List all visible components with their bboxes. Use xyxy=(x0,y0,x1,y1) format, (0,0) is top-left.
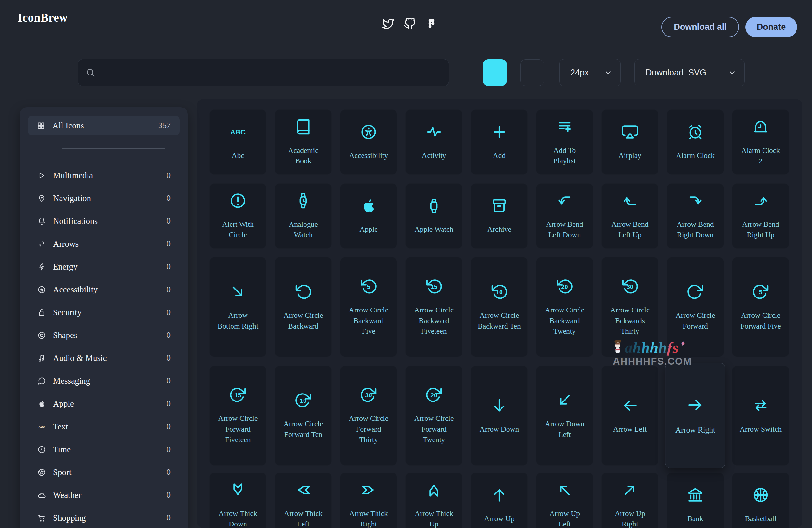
icon-card-label: Arrow Down xyxy=(480,424,519,435)
icon-card-arrow-up-left[interactable]: Arrow Up Left xyxy=(536,472,593,528)
iconbrew-app: IconBrew Download all Donate 24px Downlo… xyxy=(0,0,812,528)
sidebar-item-sport[interactable]: Sport0 xyxy=(20,461,188,484)
icon-card-arrow-thick-up[interactable]: Arrow Thick Up xyxy=(405,472,462,528)
github-icon[interactable] xyxy=(404,18,416,30)
category-sidebar: All Icons 357 Multimedia0Navigation0Noti… xyxy=(20,107,188,528)
sidebar-item-shapes[interactable]: Shapes0 xyxy=(20,324,188,347)
icon-card-arrow-circle-forward-twenty[interactable]: 20Arrow Circle Forward Twenty xyxy=(405,366,462,466)
sidebar-item-audio-music[interactable]: Audio & Music0 xyxy=(20,347,188,369)
thick-down-icon xyxy=(229,481,247,499)
icon-card-alarm-clock-2[interactable]: Alarm Clock 2 xyxy=(732,109,789,175)
twitter-icon[interactable] xyxy=(382,18,394,30)
icon-card-arrow-right[interactable]: Arrow Right xyxy=(665,363,725,468)
color-swatch-accent[interactable] xyxy=(483,59,507,86)
icon-card-apple[interactable]: Apple xyxy=(340,183,397,249)
icon-card-arrow-circle-forward-five[interactable]: 5Arrow Circle Forward Five xyxy=(732,257,789,357)
icon-card-academic-book[interactable]: Academic Book xyxy=(275,109,332,175)
icon-card-arrow-bend-left-down[interactable]: Arrow Bend Left Down xyxy=(536,183,593,249)
icon-card-arrow-bend-left-up[interactable]: Arrow Bend Left Up xyxy=(601,183,658,249)
activity-icon xyxy=(425,123,443,141)
figma-icon[interactable] xyxy=(425,18,437,30)
icon-card-arrow-up-right[interactable]: Arrow Up Right xyxy=(601,472,658,528)
icon-card-apple-watch[interactable]: Apple Watch xyxy=(405,183,462,249)
rotate-ccw-icon: 20 xyxy=(556,278,574,295)
icon-card-archive[interactable]: Archive xyxy=(471,183,528,249)
sidebar-item-shopping[interactable]: Shopping0 xyxy=(20,507,188,528)
sidebar-item-arrows[interactable]: Arrows0 xyxy=(20,232,188,255)
archive-icon xyxy=(490,197,508,215)
icon-card-arrow-circle-backward[interactable]: Arrow Circle Backward xyxy=(275,257,332,357)
donate-button[interactable]: Donate xyxy=(745,17,797,38)
sidebar-item-text[interactable]: ABCText0 xyxy=(20,415,188,438)
sidebar-item-label: Text xyxy=(53,422,160,431)
icon-card-label: Academic Book xyxy=(282,145,325,166)
icon-card-label: Arrow Bottom Right xyxy=(216,310,259,332)
sidebar-item-energy[interactable]: Energy0 xyxy=(20,255,188,278)
icon-card-arrow-up[interactable]: Arrow Up xyxy=(471,472,528,528)
icon-card-label: Arrow Thick Left xyxy=(282,508,325,528)
alarm-clock-icon xyxy=(686,123,704,141)
sidebar-item-messaging[interactable]: Messaging0 xyxy=(20,369,188,392)
icon-card-analogue-watch[interactable]: Analogue Watch xyxy=(275,183,332,249)
color-swatch-empty[interactable] xyxy=(520,59,544,86)
sidebar-item-count: 0 xyxy=(166,467,171,477)
icon-card-label: Abc xyxy=(232,150,244,161)
icon-card-label: Arrow Up Left xyxy=(543,508,586,528)
sidebar-item-multimedia[interactable]: Multimedia0 xyxy=(20,164,188,187)
icon-card-arrow-bottom-right[interactable]: Arrow Bottom Right xyxy=(209,257,266,357)
icon-card-arrow-circle-backward-five[interactable]: 5Arrow Circle Backward Five xyxy=(340,257,397,357)
download-format-select[interactable]: Download .SVG xyxy=(634,59,745,86)
icon-card-arrow-thick-left[interactable]: Arrow Thick Left xyxy=(275,472,332,528)
icon-card-bank[interactable]: Bank xyxy=(667,472,724,528)
icon-card-arrow-bend-right-up[interactable]: Arrow Bend Right Up xyxy=(732,183,789,249)
icon-card-arrow-switch[interactable]: Arrow Switch xyxy=(732,366,789,466)
icon-card-airplay[interactable]: Airplay xyxy=(601,109,658,175)
sidebar-item-count: 357 xyxy=(158,121,171,130)
sidebar-item-security[interactable]: Security0 xyxy=(20,301,188,324)
icon-card-add[interactable]: Add xyxy=(471,109,528,175)
sidebar-item-navigation[interactable]: Navigation0 xyxy=(20,187,188,210)
icon-card-arrow-circle-forward[interactable]: Arrow Circle Forward xyxy=(667,257,724,357)
icon-card-arrow-bend-right-down[interactable]: Arrow Bend Right Down xyxy=(667,183,724,249)
sidebar-item-count: 0 xyxy=(166,422,171,431)
sidebar-item-all-icons[interactable]: All Icons 357 xyxy=(28,116,179,135)
icon-card-arrow-circle-forward-fiveteen[interactable]: 15Arrow Circle Forward Fiveteen xyxy=(209,366,266,466)
icon-card-arrow-thick-down[interactable]: Arrow Thick Down xyxy=(209,472,266,528)
svg-text:ABC: ABC xyxy=(230,128,246,136)
sidebar-item-accessibility[interactable]: Accessibility0 xyxy=(20,278,188,301)
icon-card-accessibility[interactable]: Accessibility xyxy=(340,109,397,175)
sidebar-item-notifications[interactable]: Notifications0 xyxy=(20,210,188,232)
icon-card-alarm-clock[interactable]: Alarm Clock xyxy=(667,109,724,175)
search-input[interactable] xyxy=(100,59,441,86)
icon-card-basketball[interactable]: Basketball xyxy=(732,472,789,528)
sidebar-category-list: Multimedia0Navigation0Notifications0Arro… xyxy=(20,164,188,528)
icon-card-label: Arrow Up Right xyxy=(608,508,652,528)
svg-text:15: 15 xyxy=(234,392,241,399)
icon-card-activity[interactable]: Activity xyxy=(405,109,462,175)
icon-card-arrow-circle-forward-ten[interactable]: 10Arrow Circle Forward Ten xyxy=(275,366,332,466)
sidebar-item-label: Sport xyxy=(53,467,160,477)
search-box[interactable] xyxy=(78,59,449,86)
icon-card-arrow-down-left[interactable]: Arrow Down Left xyxy=(536,366,593,466)
icon-card-label: Arrow Thick Right xyxy=(347,508,390,528)
sidebar-item-weather[interactable]: Weather0 xyxy=(20,484,188,507)
sidebar-item-count: 0 xyxy=(166,376,171,386)
svg-text:ABC: ABC xyxy=(39,425,45,428)
energy-icon xyxy=(38,263,46,271)
icon-card-arrow-circle-backward-twenty[interactable]: 20Arrow Circle Backward Twenty xyxy=(536,257,593,357)
icon-card-arrow-thick-right[interactable]: Arrow Thick Right xyxy=(340,472,397,528)
icon-card-arrow-circle-forward-thirty[interactable]: 30Arrow Circle Forward Thirty xyxy=(340,366,397,466)
icon-card-arrow-down[interactable]: Arrow Down xyxy=(471,366,528,466)
sidebar-item-apple[interactable]: Apple0 xyxy=(20,392,188,415)
icon-card-abc[interactable]: ABCAbc xyxy=(209,109,266,175)
sidebar-item-time[interactable]: Time0 xyxy=(20,438,188,461)
download-all-button[interactable]: Download all xyxy=(661,17,739,38)
icon-card-arrow-circle-backward-fiveteen[interactable]: 15Arrow Circle Backward Fiveteen xyxy=(405,257,462,357)
icon-size-select[interactable]: 24px xyxy=(559,59,621,86)
rotate-cw-icon xyxy=(686,283,704,300)
icon-card-arrow-left[interactable]: Arrow Left xyxy=(601,366,658,466)
icon-card-alert-with-circle[interactable]: Alert With Circle xyxy=(209,183,266,249)
icon-card-arrow-circle-bckwards-thirty[interactable]: 30Arrow Circle Bckwards Thirty xyxy=(601,257,658,357)
icon-card-arrow-circle-backward-ten[interactable]: 10Arrow Circle Backward Ten xyxy=(471,257,528,357)
icon-card-add-to-playlist[interactable]: Add To Playlist xyxy=(536,109,593,175)
